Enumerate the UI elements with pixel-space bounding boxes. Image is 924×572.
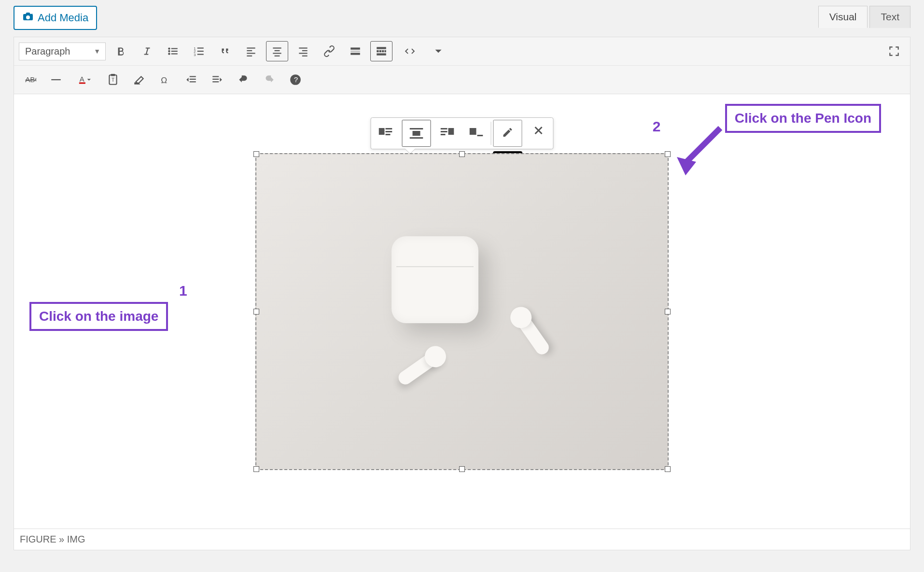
annotation-1-number: 1 — [179, 283, 187, 299]
editor-tabs: Visual Text — [818, 6, 910, 28]
resize-handle-top-left[interactable] — [253, 151, 259, 157]
svg-rect-12 — [247, 47, 255, 48]
align-right-image-button[interactable] — [433, 118, 462, 145]
special-character-button[interactable]: Ω — [154, 70, 176, 90]
svg-rect-30 — [382, 50, 384, 52]
svg-rect-22 — [299, 53, 307, 54]
svg-rect-36 — [79, 83, 85, 84]
edit-image-button[interactable]: Edit — [493, 120, 522, 147]
svg-rect-20 — [299, 47, 307, 48]
svg-rect-32 — [377, 53, 386, 55]
align-center-image-button[interactable] — [402, 120, 431, 147]
resize-handle-top-mid[interactable] — [459, 151, 465, 157]
earbud-right-illustration — [516, 314, 552, 357]
paste-text-button[interactable]: T — [102, 70, 124, 90]
svg-rect-4 — [171, 51, 178, 52]
align-none-image-button[interactable] — [462, 118, 491, 145]
svg-point-0 — [168, 47, 170, 49]
outdent-button[interactable] — [180, 70, 202, 90]
svg-text:ABC: ABC — [25, 75, 36, 84]
svg-rect-18 — [273, 53, 281, 54]
svg-rect-14 — [247, 53, 255, 54]
resize-handle-mid-left[interactable] — [253, 309, 259, 315]
undo-button[interactable] — [232, 70, 254, 90]
bold-button[interactable] — [110, 41, 132, 61]
annotation-1-label: Click on the image — [29, 302, 168, 331]
align-left-button[interactable] — [240, 41, 262, 61]
svg-rect-42 — [190, 79, 196, 80]
format-select[interactable]: Paragraph — [19, 43, 106, 60]
svg-rect-43 — [190, 81, 196, 82]
svg-rect-17 — [275, 50, 280, 51]
svg-rect-31 — [385, 50, 386, 52]
svg-rect-51 — [386, 131, 392, 132]
clear-formatting-button[interactable] — [128, 70, 150, 90]
svg-rect-28 — [377, 50, 378, 52]
distraction-free-button[interactable] — [883, 41, 905, 61]
top-bar: Add Media Visual Text — [0, 0, 924, 30]
tab-visual[interactable]: Visual — [818, 6, 868, 28]
annotation-step-1: Click on the image 1 — [29, 302, 175, 331]
annotation-step-2: Click on the Pen Icon 2 — [725, 104, 881, 133]
svg-rect-53 — [410, 128, 423, 129]
toolbar-toggle-button[interactable] — [370, 41, 392, 61]
resize-handle-bottom-mid[interactable] — [459, 466, 465, 472]
image-floating-toolbar: Edit — [371, 117, 554, 149]
numbered-list-button[interactable]: 123 — [188, 41, 210, 61]
horizontal-rule-button[interactable] — [45, 70, 67, 90]
resize-handle-bottom-right[interactable] — [665, 466, 671, 472]
svg-rect-23 — [302, 56, 308, 57]
svg-rect-10 — [197, 51, 204, 52]
svg-rect-11 — [197, 54, 204, 55]
selected-image-wrap: Edit — [255, 153, 669, 470]
svg-text:Ω: Ω — [161, 75, 167, 85]
redo-button[interactable] — [258, 70, 280, 90]
svg-rect-3 — [171, 48, 178, 49]
text-color-button[interactable]: A — [71, 70, 98, 90]
svg-rect-45 — [212, 79, 219, 80]
remove-image-button[interactable] — [524, 118, 553, 145]
selected-image[interactable] — [255, 153, 669, 470]
svg-rect-57 — [441, 128, 448, 129]
resize-handle-bottom-left[interactable] — [253, 466, 259, 472]
more-dropdown-button[interactable] — [427, 41, 449, 61]
link-button[interactable] — [318, 41, 340, 61]
toolbar-row-1: Paragraph 123 — [14, 37, 910, 66]
svg-rect-24 — [350, 47, 360, 49]
svg-rect-46 — [212, 81, 219, 82]
blockquote-button[interactable] — [214, 41, 236, 61]
svg-rect-56 — [448, 128, 454, 135]
svg-text:T: T — [112, 77, 115, 83]
pencil-icon — [502, 127, 514, 140]
align-right-button[interactable] — [292, 41, 314, 61]
align-left-image-button[interactable] — [371, 118, 400, 145]
tab-text[interactable]: Text — [869, 6, 910, 28]
resize-handle-mid-right[interactable] — [665, 309, 671, 315]
svg-rect-58 — [441, 131, 448, 132]
italic-button[interactable] — [136, 41, 158, 61]
svg-rect-60 — [470, 128, 476, 135]
svg-rect-52 — [386, 134, 391, 135]
read-more-button[interactable] — [344, 41, 366, 61]
airpods-case-illustration — [392, 236, 478, 323]
add-media-button[interactable]: Add Media — [14, 6, 97, 30]
toolbar: Paragraph 123 ABC A T Ω — [14, 37, 910, 94]
annotation-2-label: Click on the Pen Icon — [725, 104, 881, 133]
bulleted-list-button[interactable] — [162, 41, 184, 61]
close-icon — [533, 125, 545, 138]
status-bar: FIGURE » IMG — [14, 529, 910, 550]
svg-rect-34 — [51, 79, 61, 80]
svg-rect-44 — [212, 76, 219, 77]
earbud-left-illustration — [396, 351, 439, 387]
strikethrough-button[interactable]: ABC — [19, 70, 41, 90]
toolbar-separator — [491, 122, 491, 145]
svg-rect-13 — [247, 50, 252, 51]
help-button[interactable]: ? — [284, 70, 307, 90]
editor-canvas[interactable]: Edit C — [14, 94, 910, 529]
svg-rect-25 — [350, 51, 360, 52]
align-center-button[interactable] — [266, 41, 288, 61]
indent-button[interactable] — [206, 70, 228, 90]
svg-point-2 — [168, 53, 170, 55]
code-button[interactable] — [396, 41, 423, 61]
svg-rect-29 — [379, 50, 381, 52]
